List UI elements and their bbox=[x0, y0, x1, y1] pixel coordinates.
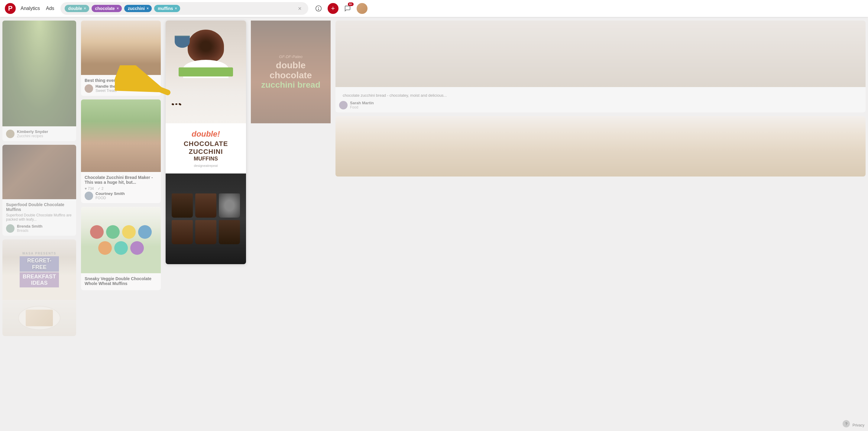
news-icon[interactable] bbox=[313, 3, 324, 14]
sneaky-image bbox=[81, 207, 161, 273]
card-desc: chocolate zucchini bread - chocolatey, m… bbox=[339, 90, 862, 101]
breakfast-title2: BREAKFAST IDEAS bbox=[20, 272, 59, 287]
card-text-section: double! CHOCOLATE ZUCCHINI MUFFINS desig… bbox=[166, 123, 246, 174]
card-body: Best thing ever... Handle the Heat | Te.… bbox=[81, 75, 161, 96]
card-tag-line: double! bbox=[170, 129, 241, 139]
add-button[interactable]: + bbox=[328, 3, 339, 14]
help-icon[interactable]: ? bbox=[843, 420, 850, 427]
search-clear-button[interactable]: × bbox=[296, 5, 304, 12]
remove-double-tag[interactable]: × bbox=[84, 6, 86, 10]
card-image bbox=[336, 116, 866, 177]
user-name: Courtney Smith bbox=[95, 191, 125, 196]
featured-card[interactable]: double! CHOCOLATE ZUCCHINI MUFFINS desig… bbox=[166, 21, 246, 264]
bread-main-text: double chocolate bbox=[257, 60, 324, 80]
column-5: chocolate zucchini bread - chocolatey, m… bbox=[333, 17, 868, 431]
user-name: Kimberly Snyder bbox=[17, 129, 48, 134]
card-main-title: CHOCOLATE bbox=[170, 140, 241, 148]
tries-count: ✓ 2 bbox=[98, 186, 104, 191]
bread-gf-label: GF-DF-Paleo bbox=[257, 54, 324, 59]
card-user: Handle the Heat | Te... Sweet Treats bbox=[85, 84, 157, 93]
superfood-muffins-card[interactable]: Kimberly Snyder Zucchini recipes bbox=[2, 21, 76, 141]
ads-link[interactable]: Ads bbox=[46, 6, 54, 11]
kimberly-avatar bbox=[6, 130, 14, 138]
pinterest-logo[interactable]: P bbox=[5, 3, 16, 14]
card-subtitle: ZUCCHINI bbox=[170, 148, 241, 156]
column-2: Best thing ever... Handle the Heat | Te.… bbox=[79, 17, 163, 431]
bread-overlay: GF-DF-Paleo double chocolate zucchini br… bbox=[251, 49, 331, 96]
user-board: Zucchini recipes bbox=[17, 134, 48, 138]
handle-avatar bbox=[85, 84, 93, 93]
ball-blue bbox=[138, 225, 152, 239]
pin-columns: Kimberly Snyder Zucchini recipes Superfo… bbox=[0, 17, 868, 431]
remove-chocolate-tag[interactable]: × bbox=[117, 6, 119, 10]
card-user: Brenda Smith Breads bbox=[6, 224, 72, 233]
breakfast-card[interactable]: WASA PRESENTS REGRET-FREE BREAKFAST IDEA… bbox=[2, 239, 76, 336]
breakfast-title: REGRET-FREE bbox=[20, 256, 59, 272]
search-bar[interactable]: double × chocolate × zucchini × muffins … bbox=[60, 2, 308, 15]
brenda-avatar bbox=[6, 224, 14, 233]
card-body: Sneaky Veggie Double Chocolate Whole Whe… bbox=[81, 273, 161, 290]
remove-muffins-tag[interactable]: × bbox=[175, 6, 177, 10]
column-4: GF-DF-Paleo double chocolate zucchini br… bbox=[248, 17, 333, 431]
card-body: Superfood Double Chocolate Muffins Super… bbox=[2, 199, 76, 236]
card-image bbox=[2, 145, 76, 199]
card-brand: designeatrepeat bbox=[170, 164, 241, 167]
card-title: Superfood Double Chocolate Muffins bbox=[6, 202, 72, 212]
ball-yellow bbox=[122, 225, 136, 239]
choc-zucchini-right-card[interactable]: chocolate zucchini bread - chocolatey, m… bbox=[336, 21, 866, 113]
card-title: Chocolate Zucchini Bread Maker - This wa… bbox=[85, 175, 157, 185]
breakfast-wasa: WASA PRESENTS bbox=[20, 252, 59, 255]
stats-bar: ♥ 734 ✓ 2 bbox=[85, 186, 157, 191]
ball-teal bbox=[114, 241, 128, 255]
card-body: chocolate zucchini bread - chocolatey, m… bbox=[336, 87, 866, 113]
ball-red bbox=[90, 225, 104, 239]
muffin-top-section bbox=[166, 21, 246, 123]
center-column: double! CHOCOLATE ZUCCHINI MUFFINS desig… bbox=[163, 17, 248, 431]
card-item: MUFFINS bbox=[170, 156, 241, 162]
user-board: Food bbox=[350, 105, 374, 110]
saves-count: ♥ 734 bbox=[85, 186, 94, 191]
remove-zucchini-tag[interactable]: × bbox=[147, 6, 149, 10]
header-icons: + 9+ bbox=[313, 3, 368, 14]
user-name: Handle the Heat | Te... bbox=[95, 84, 136, 89]
tag-chocolate[interactable]: chocolate × bbox=[92, 5, 122, 12]
tag-muffins[interactable]: muffins × bbox=[154, 5, 180, 12]
privacy-link[interactable]: Privacy bbox=[852, 423, 864, 427]
ball-purple bbox=[130, 241, 144, 255]
gf-bread-card[interactable]: GF-DF-Paleo double chocolate zucchini br… bbox=[251, 21, 331, 123]
card-user: Sarah Martin Food bbox=[339, 101, 862, 110]
user-board: FOOD bbox=[95, 196, 125, 200]
card-body: Chocolate Zucchini Bread Maker - This wa… bbox=[81, 172, 161, 203]
card-title: Best thing ever... bbox=[85, 78, 157, 83]
header: P Analytics Ads double × chocolate × zuc… bbox=[0, 0, 868, 17]
card-body: Kimberly Snyder Zucchini recipes bbox=[2, 126, 76, 141]
tag-zucchini[interactable]: zucchini × bbox=[124, 5, 152, 12]
main-content: Kimberly Snyder Zucchini recipes Superfo… bbox=[0, 17, 868, 431]
ball-green bbox=[106, 225, 120, 239]
notifications-icon[interactable]: 9+ bbox=[342, 3, 353, 14]
card-title: Sneaky Veggie Double Chocolate Whole Whe… bbox=[85, 276, 157, 286]
handle-heat-card[interactable]: Best thing ever... Handle the Heat | Te.… bbox=[81, 21, 161, 96]
card-desc: Superfood Double Chocolate Muffins are p… bbox=[6, 213, 72, 221]
column-1: Kimberly Snyder Zucchini recipes Superfo… bbox=[0, 17, 79, 431]
card-image bbox=[336, 21, 866, 87]
courtney-avatar bbox=[85, 192, 93, 200]
user-avatar[interactable] bbox=[356, 3, 368, 14]
card-user: Courtney Smith FOOD bbox=[85, 191, 157, 200]
choc-zucchini-bread-card[interactable]: Chocolate Zucchini Bread Maker - This wa… bbox=[81, 99, 161, 203]
tag-double[interactable]: double × bbox=[65, 5, 89, 12]
svg-point-2 bbox=[318, 9, 319, 10]
muffin-tray-section bbox=[166, 174, 246, 264]
analytics-link[interactable]: Analytics bbox=[21, 6, 40, 11]
sneaky-veggie-card[interactable]: Sneaky Veggie Double Chocolate Whole Whe… bbox=[81, 207, 161, 290]
user-board: Sweet Treats bbox=[95, 89, 136, 93]
sarah-avatar bbox=[339, 101, 347, 110]
card-image bbox=[81, 99, 161, 172]
bottom-right-card[interactable] bbox=[336, 116, 866, 177]
card-image bbox=[81, 21, 161, 75]
bread-green-text: zucchini bread bbox=[257, 80, 324, 90]
user-name: Brenda Smith bbox=[17, 224, 42, 228]
superfood-card[interactable]: Superfood Double Chocolate Muffins Super… bbox=[2, 145, 76, 236]
main-nav: Analytics Ads bbox=[21, 6, 54, 11]
user-board: Breads bbox=[17, 228, 42, 233]
